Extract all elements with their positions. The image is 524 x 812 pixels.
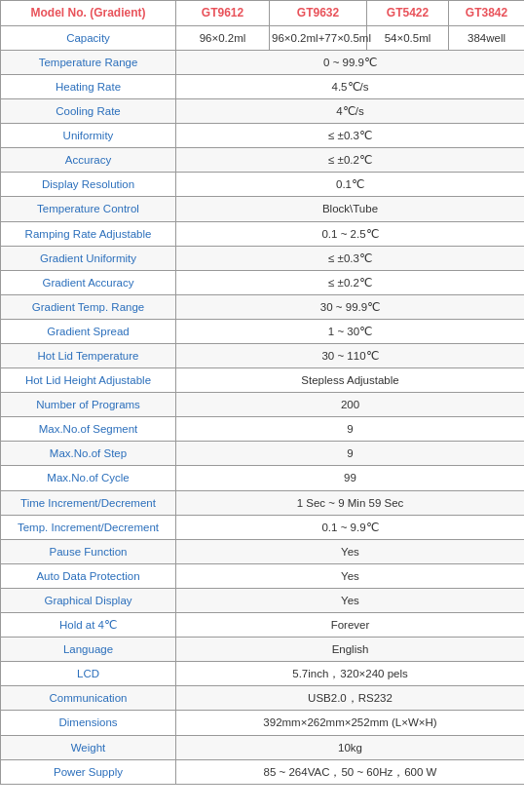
row-value: Forever: [176, 613, 525, 638]
row-label: Max.No.of Step: [1, 442, 176, 466]
row-label: Power Supply: [1, 759, 176, 784]
header-col1: GT9612: [176, 1, 270, 26]
table-row: Time Increment/Decrement1 Sec ~ 9 Min 59…: [1, 490, 525, 515]
table-row: Gradient Temp. Range30 ~ 99.9℃: [1, 294, 525, 319]
table-header: Model No. (Gradient) GT9612 GT9632 GT542…: [1, 1, 525, 26]
table-row: Max.No.of Cycle99: [1, 466, 525, 490]
row-value: 4℃/s: [176, 99, 525, 124]
row-label: Capacity: [1, 25, 176, 50]
row-label: Gradient Accuracy: [1, 270, 176, 294]
header-col3: GT5422: [367, 1, 449, 26]
table-row: Hot Lid Height AdjustableStepless Adjust…: [1, 368, 525, 393]
row-label: Hold at 4℃: [1, 613, 176, 638]
table-row: Auto Data ProtectionYes: [1, 563, 525, 588]
row-value: 4.5℃/s: [176, 74, 525, 98]
row-label: Language: [1, 638, 176, 662]
row-cell: 384well: [449, 25, 525, 50]
table-row: Temperature Range0 ~ 99.9℃: [1, 50, 525, 74]
table-row: Graphical DisplayYes: [1, 588, 525, 612]
row-value: ≤ ±0.2℃: [176, 148, 525, 173]
row-label: Hot Lid Temperature: [1, 344, 176, 368]
row-label: Weight: [1, 735, 176, 759]
row-label: LCD: [1, 662, 176, 686]
row-label: Ramping Rate Adjustable: [1, 221, 176, 246]
table-row: Max.No.of Step9: [1, 442, 525, 466]
row-value: 200: [176, 393, 525, 417]
row-label: Communication: [1, 686, 176, 711]
row-label: Hot Lid Height Adjustable: [1, 368, 176, 393]
row-value: 9: [176, 417, 525, 442]
row-label: Accuracy: [1, 148, 176, 173]
table-row: Weight10kg: [1, 735, 525, 759]
row-label: Max.No.of Segment: [1, 417, 176, 442]
table-row: Dimensions392mm×262mm×252mm (L×W×H): [1, 711, 525, 735]
row-label: Temp. Increment/Decrement: [1, 515, 176, 539]
table-row: Gradient Spread1 ~ 30℃: [1, 319, 525, 343]
row-label: Number of Programs: [1, 393, 176, 417]
row-label: Max.No.of Cycle: [1, 466, 176, 490]
table-row: Cooling Rate4℃/s: [1, 99, 525, 124]
row-value: 30 ~ 99.9℃: [176, 294, 525, 319]
table-row: Pause FunctionYes: [1, 539, 525, 563]
table-row: Number of Programs200: [1, 393, 525, 417]
row-value: Stepless Adjustable: [176, 368, 525, 393]
row-value: Block\Tube: [176, 197, 525, 221]
row-value: USB2.0，RS232: [176, 686, 525, 711]
row-label: Dimensions: [1, 711, 176, 735]
header-label: Model No. (Gradient): [1, 1, 176, 26]
row-value: Yes: [176, 563, 525, 588]
table-row: CommunicationUSB2.0，RS232: [1, 686, 525, 711]
row-value: 9: [176, 442, 525, 466]
row-label: Cooling Rate: [1, 99, 176, 124]
header-col2: GT9632: [270, 1, 367, 26]
row-cell: 96×0.2ml+77×0.5ml: [270, 25, 367, 50]
row-label: Heating Rate: [1, 74, 176, 98]
table-row: LanguageEnglish: [1, 638, 525, 662]
row-value: 0 ~ 99.9℃: [176, 50, 525, 74]
row-value: 0.1℃: [176, 173, 525, 197]
table-row: Heating Rate4.5℃/s: [1, 74, 525, 98]
table-row: Hold at 4℃Forever: [1, 613, 525, 638]
table-row: Ramping Rate Adjustable0.1 ~ 2.5℃: [1, 221, 525, 246]
table-row: Power Supply85 ~ 264VAC，50 ~ 60Hz，600 W: [1, 759, 525, 784]
row-value: 30 ~ 110℃: [176, 344, 525, 368]
row-value: ≤ ±0.3℃: [176, 246, 525, 270]
row-value: Yes: [176, 539, 525, 563]
table-row: Gradient Accuracy≤ ±0.2℃: [1, 270, 525, 294]
row-label: Gradient Spread: [1, 319, 176, 343]
row-value: 99: [176, 466, 525, 490]
row-label: Gradient Temp. Range: [1, 294, 176, 319]
row-label: Temperature Control: [1, 197, 176, 221]
row-value: 1 ~ 30℃: [176, 319, 525, 343]
row-label: Graphical Display: [1, 588, 176, 612]
table-row: Temperature ControlBlock\Tube: [1, 197, 525, 221]
table-row: Hot Lid Temperature30 ~ 110℃: [1, 344, 525, 368]
table-row: Capacity96×0.2ml96×0.2ml+77×0.5ml54×0.5m…: [1, 25, 525, 50]
table-row: Max.No.of Segment9: [1, 417, 525, 442]
row-value: 0.1 ~ 2.5℃: [176, 221, 525, 246]
table-row: Gradient Uniformity≤ ±0.3℃: [1, 246, 525, 270]
row-label: Time Increment/Decrement: [1, 490, 176, 515]
row-value: 5.7inch，320×240 pels: [176, 662, 525, 686]
row-label: Temperature Range: [1, 50, 176, 74]
row-label: Auto Data Protection: [1, 563, 176, 588]
table-row: Accuracy≤ ±0.2℃: [1, 148, 525, 173]
row-value: ≤ ±0.3℃: [176, 124, 525, 148]
row-value: ≤ ±0.2℃: [176, 270, 525, 294]
row-value: Yes: [176, 588, 525, 612]
row-cell: 54×0.5ml: [367, 25, 449, 50]
table-row: LCD5.7inch，320×240 pels: [1, 662, 525, 686]
row-value: 0.1 ~ 9.9℃: [176, 515, 525, 539]
row-label: Uniformity: [1, 124, 176, 148]
specs-table: Model No. (Gradient) GT9612 GT9632 GT542…: [0, 0, 524, 785]
row-cell: 96×0.2ml: [176, 25, 270, 50]
row-value: 10kg: [176, 735, 525, 759]
row-label: Gradient Uniformity: [1, 246, 176, 270]
row-label: Pause Function: [1, 539, 176, 563]
table-row: Display Resolution0.1℃: [1, 173, 525, 197]
row-label: Display Resolution: [1, 173, 176, 197]
row-value: 85 ~ 264VAC，50 ~ 60Hz，600 W: [176, 759, 525, 784]
row-value: English: [176, 638, 525, 662]
row-value: 392mm×262mm×252mm (L×W×H): [176, 711, 525, 735]
header-col4: GT3842: [449, 1, 525, 26]
